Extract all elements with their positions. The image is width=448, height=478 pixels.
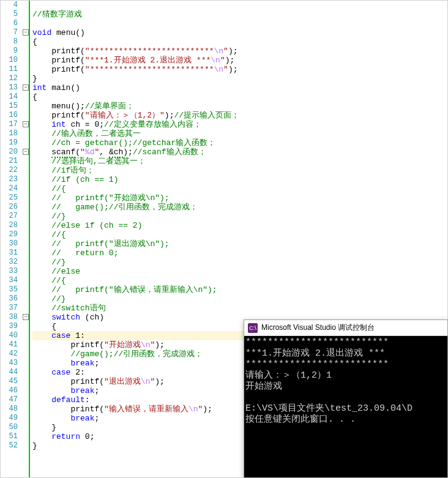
code-line[interactable]: // printf("退出游戏\n"); <box>32 239 447 248</box>
line-number: 14 <box>1 92 18 102</box>
code-line[interactable]: //} <box>32 294 447 304</box>
fold-toggle[interactable]: − <box>23 149 29 155</box>
debug-console-window[interactable]: C:\ Microsoft Visual Studio 调试控制台 ******… <box>244 319 448 478</box>
code-line[interactable]: // printf("输入错误，请重新输入\n"); <box>32 285 447 294</box>
console-title-text: Microsoft Visual Studio 调试控制台 <box>261 323 375 333</box>
line-number: 8 <box>1 37 18 47</box>
line-number: 45 <box>1 377 18 386</box>
line-number: 35 <box>1 285 18 294</box>
line-number: 7 <box>1 28 18 37</box>
code-line[interactable]: //if语句； <box>32 166 447 175</box>
line-number: 51 <box>1 432 18 441</box>
line-number: 23 <box>1 175 18 184</box>
code-line[interactable]: } <box>32 74 447 83</box>
line-number: 46 <box>1 386 18 395</box>
code-line[interactable]: //ch = getchar();//getchar输入函数； <box>32 138 447 148</box>
line-number: 11 <box>1 65 18 74</box>
code-line[interactable]: //} <box>32 212 447 221</box>
line-number: 12 <box>1 74 18 83</box>
code-line[interactable]: printf("请输入：＞（1,2）");//提示输入页面； <box>32 111 447 120</box>
line-number: 16 <box>1 111 18 120</box>
line-number: 18 <box>1 129 18 138</box>
code-line[interactable]: int main() <box>32 83 447 92</box>
line-number: 50 <box>1 423 18 432</box>
code-line[interactable]: //else <box>32 267 447 276</box>
line-number: 10 <box>1 56 18 65</box>
line-number: 32 <box>1 258 18 267</box>
line-number: 5 <box>1 10 18 19</box>
code-line[interactable]: { <box>32 92 447 102</box>
fold-guideline <box>29 1 30 477</box>
line-number: 28 <box>1 221 18 230</box>
console-titlebar[interactable]: C:\ Microsoft Visual Studio 调试控制台 <box>244 320 447 336</box>
code-line[interactable]: printf("**************************\n"); <box>32 65 447 74</box>
code-line[interactable]: // printf("开始游戏\n"); <box>32 193 447 203</box>
line-number: 25 <box>1 193 18 203</box>
line-number: 38 <box>1 313 18 322</box>
line-number: 39 <box>1 322 18 331</box>
code-line[interactable]: //else if (ch == 2) <box>32 221 447 230</box>
code-line[interactable]: //if (ch == 1) <box>32 175 447 184</box>
code-line[interactable]: printf("**************************\n"); <box>32 47 447 56</box>
line-number: 44 <box>1 368 18 377</box>
line-number: 27 <box>1 212 18 221</box>
console-output[interactable]: ************************** ***1.开始游戏 2.退… <box>244 336 447 477</box>
line-number: 19 <box>1 138 18 148</box>
line-number: 33 <box>1 267 18 276</box>
line-number: 22 <box>1 166 18 175</box>
line-number: 37 <box>1 304 18 313</box>
fold-toggle[interactable]: − <box>23 314 29 320</box>
code-line[interactable]: //} <box>32 258 447 267</box>
line-number: 26 <box>1 203 18 212</box>
fold-toggle[interactable]: − <box>23 84 29 91</box>
code-line[interactable]: //{ <box>32 230 447 239</box>
code-line[interactable]: printf("***1.开始游戏 2.退出游戏 ***\n"); <box>32 56 447 65</box>
code-line[interactable]: void menu() <box>32 28 447 37</box>
line-number: 47 <box>1 395 18 405</box>
line-number: 20 <box>1 148 18 157</box>
code-line[interactable]: //输入函数，二者选其一 <box>32 129 447 138</box>
code-line[interactable]: //选择语句,二者选其一； <box>32 157 447 166</box>
vs-console-icon: C:\ <box>248 323 258 333</box>
line-number: 34 <box>1 276 18 285</box>
line-number-gutter[interactable]: 4567891011121314151617181920212223242526… <box>1 1 20 477</box>
line-number: 9 <box>1 47 18 56</box>
line-number: 36 <box>1 294 18 304</box>
code-line[interactable] <box>32 1 447 10</box>
line-number: 13 <box>1 83 18 92</box>
fold-toggle[interactable]: − <box>23 29 29 35</box>
code-line[interactable]: // return 0; <box>32 248 447 258</box>
line-number: 31 <box>1 248 18 258</box>
line-number: 40 <box>1 331 18 340</box>
code-line[interactable]: //switch语句 <box>32 304 447 313</box>
code-line[interactable]: { <box>32 37 447 47</box>
line-number: 24 <box>1 184 18 193</box>
code-line[interactable]: // game();//引用函数，完成游戏； <box>32 203 447 212</box>
line-number: 21 <box>1 157 18 166</box>
line-number: 6 <box>1 19 18 28</box>
line-number: 48 <box>1 405 18 414</box>
line-number: 52 <box>1 441 18 450</box>
line-number: 30 <box>1 239 18 248</box>
code-line[interactable]: //{ <box>32 276 447 285</box>
fold-column[interactable]: −−−−− <box>20 1 31 477</box>
line-number: 43 <box>1 359 18 368</box>
line-number: 15 <box>1 102 18 111</box>
code-line[interactable]: //{ <box>32 184 447 193</box>
line-number: 4 <box>1 1 18 10</box>
code-line[interactable] <box>32 19 447 28</box>
code-line[interactable]: int ch = 0;//定义变量存放输入内容； <box>32 120 447 129</box>
code-line[interactable]: menu();//菜单界面； <box>32 102 447 111</box>
line-number: 49 <box>1 414 18 423</box>
line-number: 41 <box>1 340 18 349</box>
line-number: 29 <box>1 230 18 239</box>
line-number: 17 <box>1 120 18 129</box>
fold-toggle[interactable]: − <box>23 121 29 127</box>
code-line[interactable]: //猜数字游戏 <box>32 10 447 19</box>
line-number: 42 <box>1 349 18 359</box>
code-line[interactable]: scanf("%d", &ch);//scanf输入函数； <box>32 148 447 157</box>
